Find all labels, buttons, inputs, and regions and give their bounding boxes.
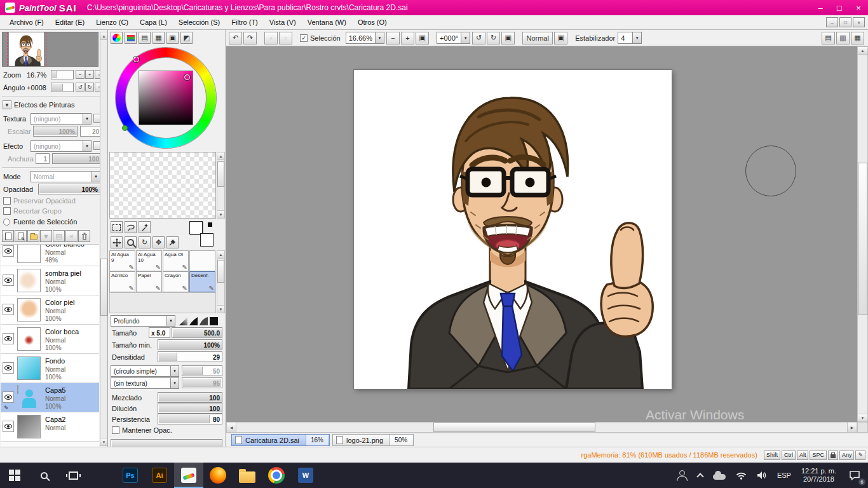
- navigator-zoom-in-button[interactable]: +: [85, 70, 94, 79]
- effect-dropdown[interactable]: (ninguno)▼: [31, 140, 92, 152]
- width-small-box[interactable]: 1: [36, 153, 50, 164]
- rgb-sliders-tab-button[interactable]: [125, 32, 137, 44]
- brush-desenfoque-selected[interactable]: Desenf.✎: [189, 271, 215, 292]
- scroll-down-arrow[interactable]: ▼: [100, 438, 107, 445]
- doc-minimize-button[interactable]: –: [826, 17, 838, 27]
- toggle-right-panel-button[interactable]: ▥: [836, 32, 850, 44]
- clip-group-checkbox[interactable]: [3, 207, 11, 215]
- sv-marker[interactable]: [184, 74, 190, 80]
- layer-visibility-toggle[interactable]: [3, 421, 14, 432]
- scrollbar-thumb[interactable]: [217, 260, 224, 283]
- window-minimize-button[interactable]: –: [811, 1, 830, 15]
- layer-opacity-slider[interactable]: 100%: [38, 184, 100, 194]
- clear-layer-button[interactable]: ×: [65, 230, 78, 242]
- texture-strength-slider[interactable]: 95: [182, 377, 222, 388]
- brush-edge-dropdown[interactable]: Profundo▼: [111, 315, 175, 327]
- scale-slider[interactable]: 100%: [33, 126, 78, 137]
- layer-mode-dropdown[interactable]: Normal▼: [31, 171, 100, 182]
- new-folder-button[interactable]: [27, 230, 39, 242]
- stabilizer-dropdown[interactable]: 4▼: [618, 32, 642, 44]
- tray-clock[interactable]: 12:21 p. m. 20/7/2018: [801, 467, 836, 484]
- tray-volume[interactable]: [757, 471, 767, 480]
- layer-visibility-toggle[interactable]: [3, 333, 14, 344]
- brush-shape-dropdown[interactable]: (círculo simple)▼: [111, 365, 179, 377]
- menu-lienzo[interactable]: Lienzo (C): [90, 16, 134, 29]
- canvas-viewport[interactable]: Activar Windows Ve a Configuración para …: [226, 46, 868, 422]
- layer-row-fondo[interactable]: Fondo Normal 100%: [1, 354, 99, 383]
- size-unit-box[interactable]: x 5.0: [149, 327, 170, 338]
- navigator-rotate-right-button[interactable]: ↻: [85, 83, 94, 92]
- view-normal-button[interactable]: Normal: [522, 32, 553, 44]
- layer-visibility-toggle[interactable]: [3, 274, 14, 286]
- scrollbar-thumb[interactable]: [100, 259, 107, 316]
- delete-layer-button[interactable]: [78, 230, 90, 242]
- swatches-tab-button[interactable]: ▦: [153, 32, 165, 44]
- layer-visibility-toggle[interactable]: [3, 245, 14, 257]
- tray-network[interactable]: [736, 471, 747, 480]
- taskbar-sai-active[interactable]: [174, 463, 203, 488]
- min-size-slider[interactable]: 100%: [158, 339, 222, 350]
- navigator-angle-slider[interactable]: [51, 83, 74, 92]
- scroll-right-arrow[interactable]: ▶: [847, 423, 857, 432]
- navigator-zoom-slider[interactable]: [51, 70, 74, 79]
- scroll-up-arrow[interactable]: ▲: [858, 47, 867, 55]
- rotate-cw-button[interactable]: ↻: [487, 32, 500, 44]
- taskbar-chrome[interactable]: [262, 463, 291, 488]
- doc-close-button[interactable]: ×: [853, 17, 865, 27]
- foreground-color-swatch[interactable]: [189, 221, 203, 234]
- invert-selection-button[interactable]: ▫: [279, 32, 292, 44]
- window-maximize-button[interactable]: □: [830, 1, 849, 15]
- layer-row-capa2[interactable]: Capa2 Normal: [1, 412, 99, 442]
- tab-logo-21[interactable]: logo-21.png 50%: [332, 434, 414, 446]
- brush-papel[interactable]: Papel✎: [136, 271, 162, 292]
- layer-row-sombra-piel[interactable]: sombra piel Normal 100%: [1, 266, 99, 295]
- scroll-up-arrow[interactable]: ▲: [217, 152, 224, 160]
- layer-row-capa5-selected[interactable]: Capa5 Normal 100% ✎: [1, 383, 99, 412]
- taskbar-photoshop[interactable]: Ps: [116, 463, 145, 488]
- background-color-swatch[interactable]: [200, 233, 214, 247]
- doc-restore-button[interactable]: □: [839, 17, 851, 27]
- navigator-rotate-left-button[interactable]: ↺: [76, 83, 85, 92]
- rotate-reset-button[interactable]: ▣: [501, 32, 515, 44]
- redo-button[interactable]: ↷: [243, 32, 257, 44]
- tab-caricatura-2d[interactable]: Caricatura 2D.sai 16%: [231, 434, 330, 446]
- scrollbar-thumb[interactable]: [433, 423, 595, 432]
- layer-visibility-toggle[interactable]: [3, 304, 14, 315]
- preserve-opacity-checkbox[interactable]: [3, 197, 11, 205]
- canvas-horizontal-scrollbar[interactable]: ◀ ▶: [226, 422, 857, 433]
- scratchpad-area[interactable]: [109, 152, 216, 219]
- undo-button[interactable]: ↶: [229, 32, 242, 44]
- flip-view-button[interactable]: ▣: [554, 32, 567, 44]
- scroll-down-arrow[interactable]: ▼: [217, 210, 224, 218]
- hsv-sliders-tab-button[interactable]: ▤: [139, 32, 151, 44]
- scrollbar-thumb[interactable]: [217, 161, 224, 187]
- brush-al-agua-9[interactable]: Al Agua9✎: [109, 250, 135, 271]
- scroll-up-arrow[interactable]: ▲: [217, 251, 224, 259]
- selection-display-checkbox[interactable]: ✓: [300, 34, 308, 42]
- task-view-button[interactable]: [58, 463, 88, 488]
- color-swatch-pair[interactable]: [189, 221, 214, 247]
- eyedropper-tool[interactable]: [166, 236, 179, 248]
- menu-ventana[interactable]: Ventana (W): [302, 16, 352, 29]
- color-wheel-tab-button[interactable]: [111, 32, 123, 44]
- menu-filtro[interactable]: Filtro (T): [226, 16, 264, 29]
- selection-source-radio[interactable]: [3, 219, 10, 226]
- magic-wand-tool[interactable]: [139, 221, 151, 233]
- navigator-preview[interactable]: [2, 32, 98, 67]
- zoom-reset-button[interactable]: ▣: [416, 32, 429, 44]
- start-button[interactable]: [0, 463, 29, 488]
- new-layer-button[interactable]: [2, 230, 14, 242]
- zoom-out-button[interactable]: −: [386, 32, 400, 44]
- brush-texture-dropdown[interactable]: (sin textura)▼: [111, 377, 179, 389]
- width-slider[interactable]: 100: [52, 153, 102, 164]
- taskbar-search-button[interactable]: [29, 463, 58, 488]
- tray-onedrive[interactable]: [713, 471, 726, 480]
- menu-vista[interactable]: Vista (V): [264, 16, 302, 29]
- swap-colors-icon[interactable]: [208, 222, 212, 227]
- density-slider[interactable]: 29: [158, 351, 222, 362]
- scroll-left-arrow[interactable]: ◀: [227, 423, 236, 432]
- scroll-up-arrow[interactable]: ▲: [100, 32, 107, 40]
- rotate-ccw-button[interactable]: ↺: [472, 32, 485, 44]
- deselect-button[interactable]: ▫: [264, 32, 278, 44]
- menu-otros[interactable]: Otros (O): [352, 16, 393, 29]
